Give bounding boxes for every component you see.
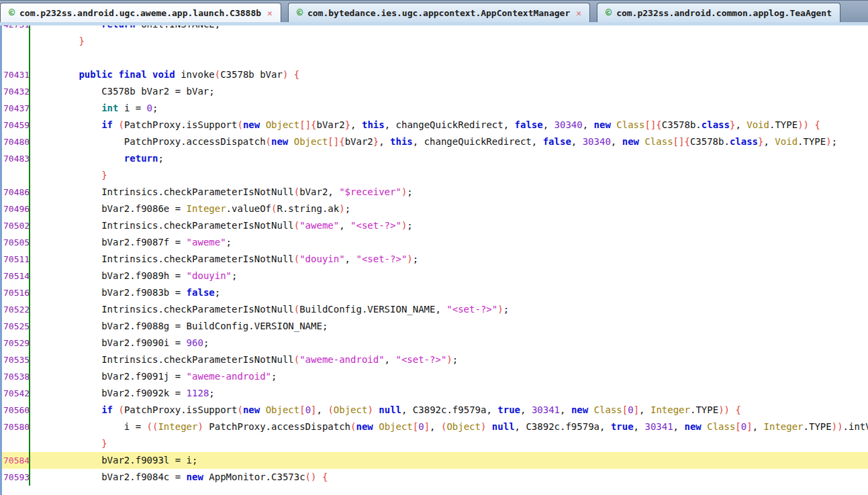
code-line-text[interactable]: Intrinsics.checkParameterIsNotNull("douy… (34, 251, 868, 268)
close-icon[interactable]: ✕ (266, 8, 273, 18)
code-line-text[interactable]: public final void invoke(C3578b bVar) { (34, 66, 868, 83)
line-number: 70560 (2, 402, 30, 419)
line-number: 70542 (2, 385, 30, 402)
code-line-text[interactable]: return; (34, 150, 868, 167)
code-editor[interactable]: 42731 return Unit.INSTANCE; }70431 publi… (0, 25, 868, 495)
class-icon: © (297, 8, 303, 18)
line-number: 70511 (2, 251, 30, 268)
class-icon: © (9, 8, 15, 18)
code-line-text[interactable]: Intrinsics.checkParameterIsNotNull(bVar2… (34, 184, 868, 201)
code-line-text[interactable]: int i = 0; (34, 100, 868, 117)
line-number: 70529 (2, 335, 30, 351)
line-number: 70514 (2, 268, 30, 284)
tab-teaagent[interactable]: © com.p232ss.android.common.applog.TeaAg… (597, 3, 840, 22)
line-number: 70522 (2, 301, 30, 318)
code-line[interactable] (2, 50, 868, 66)
code-line-text[interactable]: } (34, 167, 868, 184)
line-number (2, 50, 30, 66)
tab-label: com.p232ss.android.common.applog.TeaAgen… (616, 8, 832, 18)
code-line[interactable]: 70437 int i = 0; (2, 100, 868, 117)
line-number: 70538 (2, 368, 30, 385)
code-line-text[interactable]: C3578b bVar2 = bVar; (34, 83, 868, 100)
code-line[interactable]: 70486 Intrinsics.checkParameterIsNotNull… (2, 184, 868, 201)
line-number: 70593 (2, 469, 30, 486)
line-number (2, 435, 30, 452)
line-number: 70496 (2, 201, 30, 217)
code-line[interactable]: 70459 if (PatchProxy.isSupport(new Objec… (2, 117, 868, 133)
line-number: 70432 (2, 83, 30, 100)
code-line-text[interactable]: bVar2.f9084c = new AppMonitor.C3573c() { (34, 469, 868, 486)
code-line-text[interactable]: Intrinsics.checkParameterIsNotNull("awem… (34, 217, 868, 234)
code-line-text[interactable]: bVar2.f9083b = false; (34, 284, 868, 301)
code-line[interactable]: 70432 C3578b bVar2 = bVar; (2, 83, 868, 100)
line-number: 70480 (2, 133, 30, 150)
code-line-text[interactable]: bVar2.f9087f = "aweme"; (34, 234, 868, 251)
code-line[interactable]: 70522 Intrinsics.checkParameterIsNotNull… (2, 301, 868, 318)
code-line[interactable]: } (2, 167, 868, 184)
code-line-text[interactable]: bVar2.f9089h = "douyin"; (34, 268, 868, 284)
line-number: 70584 (2, 452, 30, 469)
code-line[interactable]: 70542 bVar2.f9092k = 1128; (2, 385, 868, 402)
code-line[interactable]: 70538 bVar2.f9091j = "aweme-android"; (2, 368, 868, 385)
tab-class-c3888b[interactable]: © com.p232ss.android.ugc.aweme.app.launc… (0, 3, 281, 22)
code-line[interactable]: 70516 bVar2.f9083b = false; (2, 284, 868, 301)
code-line[interactable]: 70496 bVar2.f9086e = Integer.valueOf(R.s… (2, 201, 868, 217)
line-number: 70486 (2, 184, 30, 201)
line-number: 70505 (2, 234, 30, 251)
code-line[interactable]: 70580 i = ((Integer) PatchProxy.accessDi… (2, 419, 868, 435)
code-line-text[interactable]: bVar2.f9093l = i; (34, 452, 868, 469)
code-line[interactable]: 70431 public final void invoke(C3578b bV… (2, 66, 868, 83)
code-line-text[interactable]: bVar2.f9088g = BuildConfig.VERSION_NAME; (34, 318, 868, 335)
class-icon: © (606, 8, 612, 18)
line-number: 70459 (2, 117, 30, 133)
code-line-text[interactable]: bVar2.f9086e = Integer.valueOf(R.string.… (34, 201, 868, 217)
code-lines: 42731 return Unit.INSTANCE; }70431 publi… (2, 25, 868, 486)
line-number: 70502 (2, 217, 30, 234)
tab-label: com.p232ss.android.ugc.aweme.app.launch.… (19, 8, 261, 18)
code-line[interactable]: 70560 if (PatchProxy.isSupport(new Objec… (2, 402, 868, 419)
code-line[interactable]: 70584 bVar2.f9093l = i; (2, 452, 868, 469)
close-icon[interactable]: ✕ (575, 8, 581, 18)
code-line-text[interactable]: bVar2.f9090i = 960; (34, 335, 868, 351)
code-line-text[interactable]: Intrinsics.checkParameterIsNotNull(Build… (34, 301, 868, 318)
line-number: 70525 (2, 318, 30, 335)
code-line[interactable]: 70480 PatchProxy.accessDispatch(new Obje… (2, 133, 868, 150)
line-number: 70535 (2, 351, 30, 368)
code-line[interactable]: 70529 bVar2.f9090i = 960; (2, 335, 868, 351)
code-line[interactable]: 42731 return Unit.INSTANCE; (2, 25, 868, 33)
code-line[interactable]: } (2, 33, 868, 50)
code-line-text[interactable]: if (PatchProxy.isSupport(new Object[0], … (34, 402, 868, 419)
tab-label: com.bytedance.ies.ugc.appcontext.AppCont… (307, 8, 570, 18)
code-line-text[interactable]: i = ((Integer) PatchProxy.accessDispatch… (34, 419, 868, 435)
code-line[interactable]: } (2, 435, 868, 452)
line-number: 70516 (2, 284, 30, 301)
code-line-text[interactable]: bVar2.f9091j = "aweme-android"; (34, 368, 868, 385)
line-number: 70437 (2, 100, 30, 117)
code-line[interactable]: 70525 bVar2.f9088g = BuildConfig.VERSION… (2, 318, 868, 335)
code-line[interactable]: 70514 bVar2.f9089h = "douyin"; (2, 268, 868, 284)
code-line-text[interactable] (34, 50, 868, 66)
code-line[interactable]: 70502 Intrinsics.checkParameterIsNotNull… (2, 217, 868, 234)
code-line[interactable]: 70593 bVar2.f9084c = new AppMonitor.C357… (2, 469, 868, 486)
tab-bar: © com.p232ss.android.ugc.aweme.app.launc… (0, 0, 868, 22)
code-line-text[interactable]: PatchProxy.accessDispatch(new Object[]{b… (34, 133, 868, 150)
line-number (2, 33, 30, 50)
line-number: 42731 (2, 25, 30, 33)
code-line-text[interactable]: return Unit.INSTANCE; (34, 25, 868, 33)
tab-appcontextmanager[interactable]: © com.bytedance.ies.ugc.appcontext.AppCo… (288, 3, 590, 22)
line-number: 70483 (2, 150, 30, 167)
code-line[interactable]: 70505 bVar2.f9087f = "aweme"; (2, 234, 868, 251)
code-line[interactable]: 70483 return; (2, 150, 868, 167)
code-line-text[interactable]: bVar2.f9092k = 1128; (34, 385, 868, 402)
code-line[interactable]: 70511 Intrinsics.checkParameterIsNotNull… (2, 251, 868, 268)
line-number: 70580 (2, 419, 30, 435)
code-line-text[interactable]: } (34, 435, 868, 452)
line-number: 70431 (2, 66, 30, 83)
code-line[interactable]: 70535 Intrinsics.checkParameterIsNotNull… (2, 351, 868, 368)
code-line-text[interactable]: if (PatchProxy.isSupport(new Object[]{bV… (34, 117, 868, 133)
code-line-text[interactable]: } (34, 33, 868, 50)
code-line-text[interactable]: Intrinsics.checkParameterIsNotNull("awem… (34, 351, 868, 368)
line-number (2, 167, 30, 184)
